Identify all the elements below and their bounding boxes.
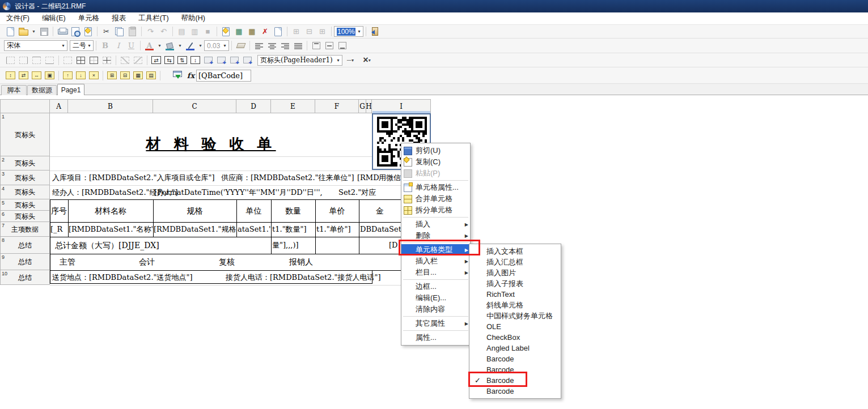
- row-header-6[interactable]: 6页标头: [0, 211, 50, 222]
- detail-spec-cell[interactable]: [RMDBDataSet1."规格"]: [154, 222, 236, 237]
- menu-cell[interactable]: 单元格: [72, 12, 106, 24]
- valign-middle-button[interactable]: [323, 40, 336, 52]
- fill-color-button[interactable]: [163, 40, 176, 52]
- row3-overflow-cell[interactable]: [RMD: [357, 171, 379, 185]
- new-button[interactable]: [4, 25, 17, 37]
- col-header-h[interactable]: H: [366, 99, 372, 113]
- formula-input[interactable]: [196, 70, 251, 82]
- thead-seq-cell[interactable]: 序号: [50, 199, 68, 222]
- menu-item-cut[interactable]: 剪切(U): [401, 145, 470, 156]
- menu-item-cell-properties[interactable]: 单元格属性...: [401, 182, 470, 193]
- row-header-3[interactable]: 3页标头: [0, 171, 50, 185]
- insert-col-right-button[interactable]: [241, 54, 254, 66]
- col-header-f[interactable]: F: [315, 99, 359, 113]
- menu-item-insert[interactable]: 插入▶: [401, 219, 470, 230]
- menu-item-split-cells[interactable]: 拆分单元格: [401, 204, 470, 216]
- total-formula-overflow[interactable]: 量"],,,)]: [272, 237, 299, 254]
- receiver-phone-cell[interactable]: 接货人电话：[RMDBDataSet2."接货人电话"]: [226, 270, 381, 285]
- send-backward-button[interactable]: ▥: [188, 25, 201, 37]
- diagonal-down-button[interactable]: [118, 54, 132, 66]
- tab-page1[interactable]: Page1: [57, 84, 84, 95]
- border-right-button[interactable]: [17, 54, 30, 66]
- submenu-item-angled-label[interactable]: Angled Label: [469, 343, 561, 353]
- redo-button[interactable]: ↷: [144, 25, 157, 37]
- delete-report-button[interactable]: ✗: [259, 25, 272, 37]
- valign-bottom-button[interactable]: [336, 40, 349, 52]
- menu-file[interactable]: 文件(F): [0, 12, 36, 24]
- detail-price-cell[interactable]: t1."单价"]: [316, 222, 358, 237]
- row-header-9[interactable]: 9总结: [0, 254, 50, 270]
- font-name-combo[interactable]: 宋体 ▾: [4, 40, 67, 51]
- align-right-button[interactable]: [278, 40, 291, 52]
- col-header-e[interactable]: E: [271, 99, 315, 113]
- row-header-8[interactable]: 8总结: [0, 237, 50, 254]
- bring-forward-button[interactable]: ▤: [175, 25, 188, 37]
- border-left-button[interactable]: [4, 54, 17, 66]
- date-formula-cell[interactable]: [FormatDateTime('YYYY''年''MM''月''DD''日''…: [154, 185, 323, 199]
- font-color-dropdown[interactable]: ▾: [156, 40, 163, 52]
- col-header-a[interactable]: A: [50, 99, 68, 113]
- row-header-10[interactable]: 10总结: [0, 270, 50, 285]
- print-button[interactable]: [56, 25, 69, 37]
- cut-button[interactable]: ✂: [100, 25, 113, 37]
- thead-name-cell[interactable]: 材料名称: [68, 199, 153, 222]
- insert-col-left-button[interactable]: [228, 54, 241, 66]
- menu-toolbars[interactable]: 工具栏(T): [132, 12, 175, 24]
- thead-price-cell[interactable]: 单价: [315, 199, 359, 222]
- zoom-combo[interactable]: 100% ▾: [334, 26, 363, 37]
- border-none-button[interactable]: [61, 54, 74, 66]
- insert-row-above-button[interactable]: [202, 54, 215, 66]
- open-button[interactable]: [17, 25, 30, 37]
- undo-button[interactable]: ↶: [157, 25, 170, 37]
- submenu-item-checkbox[interactable]: CheckBox: [469, 332, 561, 343]
- submenu-item-insert-summary[interactable]: 插入汇总框: [469, 257, 561, 267]
- submenu-item-barcode-4[interactable]: Barcode: [469, 386, 561, 397]
- copy-button[interactable]: [113, 25, 126, 37]
- row-header-7[interactable]: 7主项数据: [0, 222, 50, 237]
- detail-qty-cell[interactable]: t1."数量"]: [272, 222, 315, 237]
- total-right-cell[interactable]: [D: [389, 237, 398, 254]
- merge-across-button[interactable]: ↔: [30, 70, 43, 82]
- font-color-button[interactable]: A: [143, 40, 156, 52]
- blank-page-button[interactable]: [272, 25, 285, 37]
- band-selector-combo[interactable]: 页标头(PageHeader1) ▾: [257, 55, 342, 66]
- grid-settings-button[interactable]: ⊞: [316, 25, 329, 37]
- submenu-item-chinese-finance-cell[interactable]: 中国样式财务单元格: [469, 310, 561, 321]
- tab-script[interactable]: 脚本: [1, 85, 27, 95]
- menu-item-insert-band[interactable]: 插入栏▶: [401, 255, 470, 267]
- row-down-button[interactable]: ↓: [74, 70, 87, 82]
- bold-button[interactable]: B: [99, 40, 112, 52]
- menu-item-edit[interactable]: 编辑(E)...: [401, 292, 470, 304]
- row-header-4[interactable]: 4页标头: [0, 185, 50, 199]
- cell-reference-button[interactable]: [171, 70, 184, 82]
- band-grid-1-button[interactable]: ⊞: [105, 70, 118, 82]
- detail-seq-cell[interactable]: [_R: [50, 222, 67, 237]
- new-report-button[interactable]: [219, 25, 232, 37]
- menu-item-paste[interactable]: 粘贴(P): [401, 168, 470, 179]
- submenu-item-insert-image[interactable]: 插入图片: [469, 267, 561, 278]
- delivery-address-cell[interactable]: 送货地点：[RMDBDataSet2."送货地点"]: [52, 270, 193, 285]
- thead-unit-cell[interactable]: 单位: [236, 199, 271, 222]
- sign-reviewer-cell[interactable]: 复核: [219, 254, 235, 270]
- col-header-g[interactable]: G: [359, 99, 366, 113]
- italic-button[interactable]: I: [112, 40, 125, 52]
- select-frame-button[interactable]: ■: [201, 25, 214, 37]
- fit-height-button[interactable]: ↕: [189, 54, 202, 66]
- qr-caption-cell[interactable]: 用微信: [379, 171, 401, 185]
- detail-name-cell[interactable]: [RMDBDataSet1."名称"]: [69, 222, 153, 237]
- equal-height-button[interactable]: ⇅: [176, 54, 189, 66]
- col-header-b[interactable]: B: [68, 99, 153, 113]
- menu-help[interactable]: 帮助(H): [175, 12, 211, 24]
- menu-item-clear-content[interactable]: 清除内容: [401, 304, 470, 315]
- menu-edit[interactable]: 编辑(E): [36, 12, 72, 24]
- line-style-button[interactable]: ┈▾: [342, 54, 358, 66]
- submenu-item-richtext[interactable]: RichText: [469, 289, 561, 300]
- menu-item-copy[interactable]: 复制(C): [401, 156, 470, 168]
- sign-manager-cell[interactable]: 主管: [60, 254, 75, 270]
- delete-band-button[interactable]: ×▾: [358, 54, 375, 66]
- align-center-button[interactable]: [265, 40, 278, 52]
- detail-unit-cell[interactable]: ataSet1.": [238, 222, 270, 237]
- fit-width-button[interactable]: ⇆: [163, 54, 176, 66]
- fill-color-dropdown[interactable]: ▾: [176, 40, 184, 52]
- submenu-item-diagonal-cell[interactable]: 斜线单元格: [469, 300, 561, 310]
